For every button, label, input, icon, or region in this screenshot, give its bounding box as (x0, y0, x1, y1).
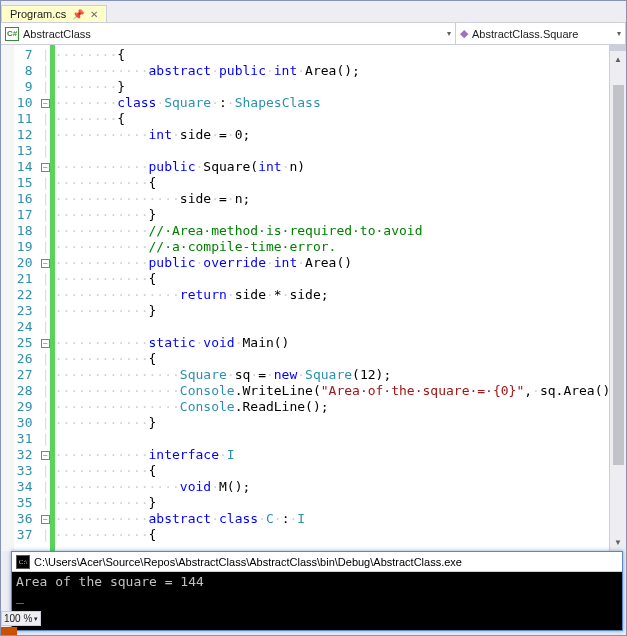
outlining-margin[interactable]: │││−│││−│││││−││││−││││││−│││−│ (41, 45, 51, 551)
tab-bar: Program.cs 📌 ✕ (1, 1, 626, 23)
code-line[interactable] (55, 431, 626, 447)
line-number: 16 (14, 191, 41, 207)
code-line[interactable]: ············//·a·compile-time·error. (55, 239, 626, 255)
line-number: 25 (14, 335, 41, 351)
code-line[interactable]: ············abstract·public·int·Area(); (55, 63, 626, 79)
code-line[interactable]: ············abstract·class·C·:·I (55, 511, 626, 527)
zoom-label: 100 % (4, 613, 32, 624)
line-number: 29 (14, 399, 41, 415)
code-line[interactable]: ············int·side·=·0; (55, 127, 626, 143)
nav-member-dropdown[interactable]: ◆ AbstractClass.Square ▾ (456, 23, 626, 44)
line-number: 15 (14, 175, 41, 191)
code-line[interactable]: ············{ (55, 527, 626, 543)
csharp-icon: C# (5, 27, 19, 41)
line-number: 24 (14, 319, 41, 335)
fold-toggle[interactable]: − (41, 515, 50, 524)
nav-scope-dropdown[interactable]: C# AbstractClass ▾ (1, 23, 456, 44)
fold-toggle[interactable]: − (41, 99, 50, 108)
line-number: 32 (14, 447, 41, 463)
console-icon: C:\ (16, 555, 30, 569)
code-line[interactable]: ············{ (55, 351, 626, 367)
file-tab-program[interactable]: Program.cs 📌 ✕ (1, 5, 107, 22)
scrollbar-thumb[interactable] (613, 85, 624, 465)
console-window[interactable]: C:\ C:\Users\Acer\Source\Repos\AbstractC… (11, 551, 623, 631)
line-number: 23 (14, 303, 41, 319)
code-body[interactable]: ········{············abstract·public·int… (55, 45, 626, 551)
line-number: 19 (14, 239, 41, 255)
code-line[interactable]: ············{ (55, 175, 626, 191)
code-line[interactable]: ················side·=·n; (55, 191, 626, 207)
code-line[interactable]: ················Console.WriteLine("Area·… (55, 383, 626, 399)
code-line[interactable]: ············//·Area·method·is·required·t… (55, 223, 626, 239)
line-number: 26 (14, 351, 41, 367)
code-line[interactable]: ············} (55, 495, 626, 511)
line-number: 35 (14, 495, 41, 511)
line-number: 36 (14, 511, 41, 527)
code-line[interactable]: ············{ (55, 463, 626, 479)
nav-scope-label: AbstractClass (23, 28, 91, 40)
status-indicator (1, 627, 17, 635)
code-line[interactable]: ············static·void·Main() (55, 335, 626, 351)
code-line[interactable] (55, 143, 626, 159)
line-number: 22 (14, 287, 41, 303)
indicator-margin (1, 45, 14, 551)
code-line[interactable]: ········} (55, 79, 626, 95)
code-line[interactable]: ············interface·I (55, 447, 626, 463)
code-line[interactable]: ············} (55, 303, 626, 319)
line-number-gutter: 7891011121314151617181920212223242526272… (14, 45, 41, 551)
fold-toggle[interactable]: − (41, 451, 50, 460)
line-number: 17 (14, 207, 41, 223)
zoom-dropdown[interactable]: 100 % ▾ (1, 611, 41, 626)
line-number: 8 (14, 63, 41, 79)
fold-toggle[interactable]: − (41, 259, 50, 268)
line-number: 20 (14, 255, 41, 271)
line-number: 28 (14, 383, 41, 399)
code-line[interactable]: ············} (55, 207, 626, 223)
line-number: 13 (14, 143, 41, 159)
chevron-down-icon: ▾ (447, 29, 451, 38)
pin-icon[interactable]: 📌 (72, 9, 84, 20)
line-number: 18 (14, 223, 41, 239)
code-line[interactable]: ········{ (55, 111, 626, 127)
line-number: 27 (14, 367, 41, 383)
code-line[interactable]: ············{ (55, 271, 626, 287)
class-icon: ◆ (460, 27, 468, 40)
line-number: 12 (14, 127, 41, 143)
line-number: 21 (14, 271, 41, 287)
status-strip: 100 % ▾ (1, 599, 41, 635)
line-number: 14 (14, 159, 41, 175)
code-line[interactable] (55, 319, 626, 335)
chevron-down-icon: ▾ (34, 615, 38, 623)
code-line[interactable]: ················Console.ReadLine(); (55, 399, 626, 415)
line-number: 33 (14, 463, 41, 479)
line-number: 34 (14, 479, 41, 495)
console-titlebar[interactable]: C:\ C:\Users\Acer\Source\Repos\AbstractC… (12, 552, 622, 572)
line-number: 31 (14, 431, 41, 447)
code-editor[interactable]: 7891011121314151617181920212223242526272… (1, 45, 626, 551)
code-line[interactable]: ············public·override·int·Area() (55, 255, 626, 271)
line-number: 30 (14, 415, 41, 431)
navigation-bar: C# AbstractClass ▾ ◆ AbstractClass.Squar… (1, 23, 626, 45)
code-line[interactable]: ················return·side·*·side; (55, 287, 626, 303)
scroll-down-icon[interactable]: ▼ (610, 534, 626, 551)
console-title-text: C:\Users\Acer\Source\Repos\AbstractClass… (34, 556, 462, 568)
code-line[interactable]: ················Square·sq·=·new·Square(1… (55, 367, 626, 383)
vertical-scrollbar[interactable]: ▲ ▼ (609, 45, 626, 551)
file-tab-label: Program.cs (10, 8, 66, 20)
scroll-up-icon[interactable]: ▲ (610, 51, 626, 68)
code-line[interactable]: ············public·Square(int·n) (55, 159, 626, 175)
code-line[interactable]: ················void·M(); (55, 479, 626, 495)
nav-member-label: AbstractClass.Square (472, 28, 578, 40)
line-number: 9 (14, 79, 41, 95)
code-line[interactable]: ········class·Square·:·ShapesClass (55, 95, 626, 111)
line-number: 7 (14, 47, 41, 63)
line-number: 37 (14, 527, 41, 543)
console-output: Area of the square = 144 _ (12, 572, 622, 630)
fold-toggle[interactable]: − (41, 339, 50, 348)
code-line[interactable]: ············} (55, 415, 626, 431)
chevron-down-icon: ▾ (617, 29, 621, 38)
code-line[interactable]: ········{ (55, 47, 626, 63)
line-number: 10 (14, 95, 41, 111)
fold-toggle[interactable]: − (41, 163, 50, 172)
close-icon[interactable]: ✕ (90, 9, 98, 20)
